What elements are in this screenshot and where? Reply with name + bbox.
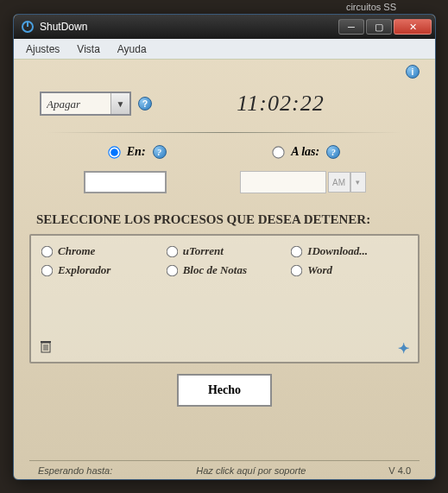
maximize-button[interactable]: ▢ (366, 19, 392, 35)
titlebar[interactable]: ShutDown ─ ▢ ✕ (14, 15, 435, 39)
content-area: i Apagar ▼ ? 11:02:22 En: ? A las: ? (14, 60, 435, 479)
action-select-wrap: Apagar ▼ (40, 92, 131, 116)
mode-en-radio[interactable] (108, 146, 120, 158)
mode-row: En: ? A las: ? (29, 145, 420, 159)
add-icon[interactable]: ✦ (398, 340, 409, 357)
process-explorador[interactable]: Explorador (41, 263, 158, 277)
processes-grid: Chrome uTorrent IDownload... Explorador … (41, 244, 407, 277)
power-icon (21, 20, 35, 34)
help-icon-action[interactable]: ? (138, 97, 152, 111)
done-row: Hecho (29, 374, 420, 407)
mode-en-label: En: (127, 145, 146, 159)
trash-icon[interactable] (40, 339, 52, 357)
close-button[interactable]: ✕ (394, 19, 432, 35)
menubar: Ajustes Vista Ayuda (14, 39, 435, 60)
time-stepper[interactable]: ▾ (350, 172, 366, 193)
process-idownload[interactable]: IDownload... (291, 244, 407, 258)
statusbar: Esperando hasta: Haz click aquí por sopo… (29, 460, 420, 479)
mode-alas-radio[interactable] (272, 146, 284, 158)
process-word[interactable]: Word (291, 263, 407, 277)
svg-rect-6 (41, 341, 51, 343)
menu-ajustes[interactable]: Ajustes (19, 41, 66, 58)
menu-vista[interactable]: Vista (70, 41, 106, 58)
desktop-background-text: circuitos SS (346, 2, 396, 12)
minimize-button[interactable]: ─ (338, 19, 364, 35)
window-title: ShutDown (40, 21, 338, 33)
action-row: Apagar ▼ ? 11:02:22 (29, 91, 420, 117)
app-window: ShutDown ─ ▢ ✕ Ajustes Vista Ayuda i Apa… (13, 14, 436, 480)
ampm-toggle[interactable]: AM (328, 172, 350, 193)
help-icon-en[interactable]: ? (153, 145, 167, 159)
at-time-group: AM ▾ (240, 171, 366, 193)
at-time-input[interactable] (240, 171, 326, 193)
process-utorrent[interactable]: uTorrent (167, 244, 283, 258)
time-inputs-row: AM ▾ (29, 159, 420, 193)
clock-display: 11:02:22 (152, 91, 409, 117)
help-icon-alas[interactable]: ? (326, 145, 340, 159)
action-select[interactable]: Apagar (40, 92, 131, 116)
processes-title: SELECCIONE LOS PROCESOS QUE DESEA DETENE… (29, 212, 420, 227)
status-left: Esperando hasta: (38, 465, 171, 476)
support-link[interactable]: Haz click aquí por soporte (171, 465, 331, 476)
info-icon[interactable]: i (406, 65, 420, 79)
divider (47, 132, 402, 133)
mode-alas-label: A las: (291, 145, 319, 159)
version-label: V 4.0 (331, 465, 411, 476)
mode-en[interactable]: En: ? (109, 145, 167, 159)
duration-input[interactable] (84, 171, 167, 193)
process-chrome[interactable]: Chrome (41, 244, 158, 258)
done-button[interactable]: Hecho (177, 374, 272, 407)
menu-ayuda[interactable]: Ayuda (110, 41, 154, 58)
mode-alas[interactable]: A las: ? (273, 145, 340, 159)
window-controls: ─ ▢ ✕ (338, 19, 432, 35)
process-bloc[interactable]: Bloc de Notas (167, 263, 283, 277)
processes-box: Chrome uTorrent IDownload... Explorador … (29, 234, 420, 363)
